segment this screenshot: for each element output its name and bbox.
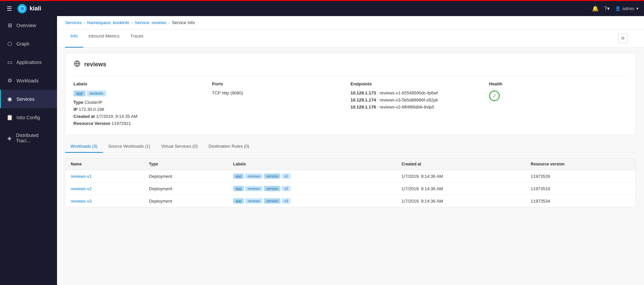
tab-inbound-metrics[interactable]: Inbound Metrics: [83, 29, 125, 48]
sub-tab-workloads[interactable]: Workloads (3): [65, 140, 103, 153]
workloads-section: Name Type Labels Created at Resource ver…: [65, 158, 636, 207]
col-header-labels: Labels: [228, 158, 396, 170]
breadcrumb-services[interactable]: Services: [65, 20, 82, 25]
endpoint-2: 10.129.1.174 : reviews-v3-5b5d88886f-s82…: [351, 97, 482, 102]
workloads-table: Name Type Labels Created at Resource ver…: [65, 158, 636, 207]
port-entry-1: TCP http (9080): [212, 90, 344, 95]
workload-created-cell: 1/7/2019, 9:14:36 AM: [396, 170, 525, 183]
sidebar-item-workloads[interactable]: ⚙ Workloads: [0, 71, 57, 90]
workload-resource-version-cell: 11973526: [525, 170, 636, 183]
service-name: reviews: [84, 61, 106, 68]
breadcrumb-sep-3: ›: [168, 20, 170, 25]
label-tag: reviews: [245, 198, 262, 204]
label-tag: reviews: [245, 173, 262, 179]
workload-created-cell: 1/7/2019, 9:14:36 AM: [396, 195, 525, 207]
main-content: Services › Namespace: bookinfo › Service…: [57, 16, 644, 285]
graph-icon: ⬡: [6, 41, 13, 47]
service-created-line: Created at 1/7/2019, 9:14:35 AM: [73, 114, 205, 119]
sidebar-item-label: Istio Config: [16, 115, 40, 120]
sub-tab-destination-rules[interactable]: Destination Rules (0): [203, 140, 255, 153]
health-column: Health ✓: [489, 81, 628, 128]
refresh-button[interactable]: ⟳: [618, 33, 628, 43]
label-tag: reviews: [245, 186, 262, 191]
sidebar-item-overview[interactable]: ⊞ Overview: [0, 16, 57, 34]
workload-name-cell: reviews-v2: [65, 183, 144, 195]
sidebar-item-label: Applications: [16, 60, 42, 65]
sidebar-item-istio-config[interactable]: 📋 Istio Config: [0, 108, 57, 127]
sidebar-item-label: Services: [16, 96, 35, 102]
label-tag: version: [264, 173, 280, 179]
main-layout: ⊞ Overview ⬡ Graph ▭ Applications ⚙ Work…: [0, 16, 644, 285]
breadcrumb-service[interactable]: Service: reviews: [135, 20, 167, 25]
sidebar-item-label: Distributed Traci...: [16, 133, 52, 143]
tabs-bar: Info Inbound Metrics Traces ⟳: [57, 29, 644, 48]
label-tag: app: [233, 173, 244, 179]
sidebar-item-applications[interactable]: ▭ Applications: [0, 53, 57, 71]
service-detail-icon: [73, 60, 81, 69]
workloads-icon: ⚙: [6, 77, 13, 84]
hamburger-button[interactable]: ☰: [5, 4, 13, 14]
tab-traces[interactable]: Traces: [125, 29, 149, 48]
label-app-value: reviews: [87, 90, 106, 96]
workload-name-cell: reviews-v1: [65, 170, 144, 183]
sub-tabs: Workloads (3) Source Workloads (1) Virtu…: [65, 140, 636, 153]
workload-type-cell: Deployment: [144, 195, 228, 207]
breadcrumb-namespace[interactable]: Namespace: bookinfo: [87, 20, 129, 25]
labels-row: app reviews: [73, 90, 205, 96]
label-tag: v1: [282, 173, 290, 179]
label-tag: app: [233, 186, 244, 191]
labels-column: Labels app reviews Type ClusterIP IP 172…: [73, 81, 212, 128]
label-tag: v3: [282, 198, 290, 204]
sidebar-item-services[interactable]: ◉ Services: [0, 90, 57, 108]
sidebar-item-distributed-tracing[interactable]: ◈ Distributed Traci...: [0, 127, 57, 149]
workload-name-link[interactable]: reviews-v3: [71, 199, 92, 204]
col-header-type: Type: [144, 158, 228, 170]
info-grid: Labels app reviews Type ClusterIP IP 172…: [73, 76, 628, 128]
workload-type-cell: Deployment: [144, 170, 228, 183]
user-menu[interactable]: 👤 admin ▾: [615, 6, 639, 11]
workload-labels-cell: appreviewsversionv1: [228, 170, 396, 183]
label-tag: version: [264, 186, 280, 191]
health-header: Health: [489, 81, 621, 86]
ports-column: Ports TCP http (9080): [212, 81, 351, 128]
sidebar-item-label: Overview: [16, 23, 36, 28]
service-title: reviews: [73, 60, 628, 69]
workload-type-cell: Deployment: [144, 183, 228, 195]
istio-config-icon: 📋: [6, 114, 13, 121]
label-tag: app: [233, 198, 244, 204]
workload-resource-version-cell: 11973510: [525, 183, 636, 195]
col-header-created-at: Created at: [396, 158, 525, 170]
workload-name-link[interactable]: reviews-v1: [71, 174, 92, 179]
table-row: reviews-v2Deploymentappreviewsversionv21…: [65, 183, 636, 195]
breadcrumb-sep-2: ›: [131, 20, 133, 25]
workload-labels-cell: appreviewsversionv2: [228, 183, 396, 195]
sub-tab-source-workloads[interactable]: Source Workloads (1): [103, 140, 156, 153]
breadcrumb-sep-1: ›: [84, 20, 85, 25]
sidebar: ⊞ Overview ⬡ Graph ▭ Applications ⚙ Work…: [0, 16, 57, 285]
tab-info[interactable]: Info: [65, 29, 83, 48]
notification-icon[interactable]: 🔔: [592, 5, 599, 12]
col-header-resource-version: Resource version: [525, 158, 636, 170]
user-name: admin: [623, 6, 634, 11]
service-detail-card: reviews Labels app reviews Type ClusterI…: [65, 53, 636, 135]
user-icon: 👤: [615, 6, 621, 11]
workload-name-link[interactable]: reviews-v2: [71, 186, 92, 191]
table-row: reviews-v3Deploymentappreviewsversionv31…: [65, 195, 636, 207]
endpoint-3: 10.129.1.176 : reviews-v2-6ff4f86db6-8vl…: [351, 104, 482, 110]
labels-header: Labels: [73, 81, 205, 86]
logo-icon: [17, 4, 27, 13]
workload-name-cell: reviews-v3: [65, 195, 144, 207]
svg-point-1: [21, 7, 23, 10]
table-row: reviews-v1Deploymentappreviewsversionv11…: [65, 170, 636, 183]
distributed-tracing-icon: ◈: [6, 135, 13, 141]
table-header-row: Name Type Labels Created at Resource ver…: [65, 158, 636, 170]
sub-tab-virtual-services[interactable]: Virtual Services (0): [156, 140, 203, 153]
endpoints-column: Endpoints 10.129.1.173 : reviews-v1-6554…: [351, 81, 489, 128]
help-icon[interactable]: ?▾: [604, 5, 610, 12]
workload-resource-version-cell: 11973534: [525, 195, 636, 207]
label-tag: version: [264, 198, 280, 204]
health-status-icon: ✓: [489, 90, 500, 101]
sidebar-item-label: Workloads: [16, 78, 39, 83]
sidebar-item-graph[interactable]: ⬡ Graph: [0, 34, 57, 53]
workload-created-cell: 1/7/2019, 9:14:36 AM: [396, 183, 525, 195]
